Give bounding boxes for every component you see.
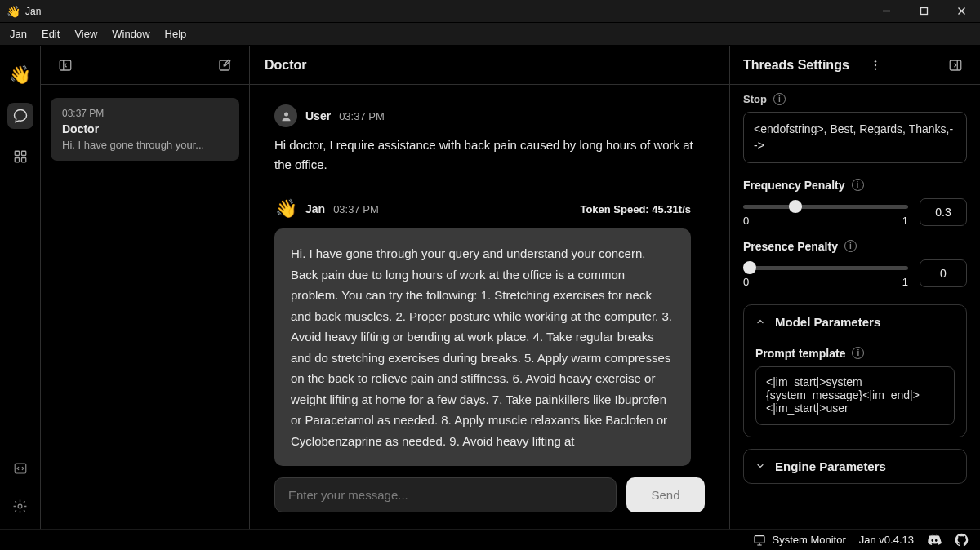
apps-icon[interactable] [7, 144, 33, 170]
new-thread-icon[interactable] [213, 54, 236, 77]
stop-label: Stop [743, 93, 767, 105]
github-icon[interactable] [955, 533, 969, 547]
prompt-template-label: Prompt template [755, 347, 845, 360]
freq-penalty-slider[interactable] [743, 205, 908, 209]
pres-max: 1 [902, 276, 908, 288]
svg-point-11 [875, 64, 876, 65]
send-button[interactable]: Send [626, 477, 705, 512]
info-icon[interactable]: i [844, 240, 857, 252]
prompt-template-input[interactable]: <|im_start|>system {system_message}<|im_… [755, 366, 955, 425]
engine-parameters-section: Engine Parameters [743, 449, 967, 484]
message-input[interactable] [274, 477, 617, 512]
system-monitor-button[interactable]: System Monitor [753, 534, 845, 547]
threads-panel: 03:37 PM Doctor Hi. I have gone through … [41, 46, 250, 529]
user-msg-time: 03:37 PM [339, 110, 385, 122]
svg-point-9 [284, 112, 288, 116]
chat-panel: Doctor User 03:37 PM Hi doctor, I requir… [250, 46, 730, 529]
version-label: Jan v0.4.13 [859, 534, 914, 546]
svg-point-12 [875, 68, 876, 69]
thread-title: Doctor [62, 122, 228, 135]
svg-point-6 [18, 504, 22, 508]
more-icon[interactable] [864, 54, 887, 77]
menubar: Jan Edit View Window Help [0, 23, 980, 46]
pres-penalty-label: Presence Penalty [743, 240, 838, 253]
pres-min: 0 [743, 276, 749, 288]
collapse-right-icon[interactable] [944, 54, 967, 77]
svg-point-10 [875, 60, 876, 62]
window-controls [867, 0, 980, 22]
freq-max: 1 [902, 215, 908, 227]
statusbar: System Monitor Jan v0.4.13 [0, 529, 980, 550]
settings-panel: Threads Settings Stop i Frequency Penalt… [730, 46, 980, 529]
system-monitor-label: System Monitor [772, 534, 845, 546]
maximize-button[interactable] [905, 0, 942, 22]
collapse-left-icon[interactable] [54, 54, 77, 77]
freq-penalty-value[interactable]: 0.3 [920, 198, 967, 226]
thread-item[interactable]: 03:37 PM Doctor Hi. I have gone through … [51, 98, 239, 161]
thread-preview: Hi. I have gone through your... [62, 139, 228, 151]
svg-rect-14 [755, 535, 764, 543]
pres-penalty-slider[interactable] [743, 266, 908, 270]
jan-avatar-icon: 👋 [274, 197, 297, 220]
svg-rect-0 [920, 8, 927, 15]
freq-penalty-label: Frequency Penalty [743, 179, 845, 192]
model-parameters-toggle[interactable]: Model Parameters [744, 305, 966, 339]
model-parameters-title: Model Parameters [775, 315, 880, 329]
stop-input[interactable] [743, 112, 967, 163]
chevron-up-icon [755, 317, 765, 326]
menu-jan[interactable]: Jan [3, 25, 33, 42]
jan-logo-icon[interactable]: 👋 [7, 62, 33, 88]
token-speed: Token Speed: 45.31t/s [580, 203, 691, 215]
menu-help[interactable]: Help [158, 25, 194, 42]
svg-rect-1 [15, 151, 19, 155]
window-title: Jan [25, 6, 41, 17]
model-parameters-section: Model Parameters Prompt template i <|im_… [743, 304, 967, 437]
info-icon[interactable]: i [773, 93, 786, 105]
chat-icon[interactable] [7, 103, 33, 129]
app-icon: 👋 [7, 5, 20, 18]
svg-rect-2 [21, 151, 25, 155]
minimize-button[interactable] [867, 0, 905, 22]
thread-time: 03:37 PM [62, 108, 228, 119]
nav-rail: 👋 [0, 46, 41, 529]
svg-rect-3 [15, 158, 19, 162]
settings-title: Threads Settings [743, 58, 849, 73]
engine-parameters-toggle[interactable]: Engine Parameters [744, 450, 966, 483]
code-icon[interactable] [7, 455, 33, 481]
chevron-down-icon [755, 461, 765, 471]
freq-min: 0 [743, 215, 749, 227]
engine-parameters-title: Engine Parameters [775, 459, 886, 473]
jan-msg-time: 03:37 PM [333, 203, 379, 215]
titlebar: 👋 Jan [0, 0, 980, 23]
svg-rect-4 [21, 158, 25, 162]
menu-view[interactable]: View [68, 25, 104, 42]
chat-title: Doctor [265, 58, 307, 73]
discord-icon[interactable] [927, 533, 942, 548]
jan-message: Hi. I have gone through your query and u… [274, 228, 691, 466]
close-button[interactable] [942, 0, 980, 22]
info-icon[interactable]: i [852, 179, 864, 191]
pres-penalty-value[interactable]: 0 [920, 259, 967, 287]
user-avatar-icon [274, 104, 297, 127]
menu-edit[interactable]: Edit [35, 25, 66, 42]
menu-window[interactable]: Window [105, 25, 156, 42]
settings-icon[interactable] [7, 493, 33, 519]
info-icon[interactable]: i [852, 347, 864, 359]
jan-name: Jan [305, 202, 325, 215]
user-name: User [305, 109, 331, 122]
user-message: Hi doctor, I require assistance with bac… [274, 135, 699, 175]
